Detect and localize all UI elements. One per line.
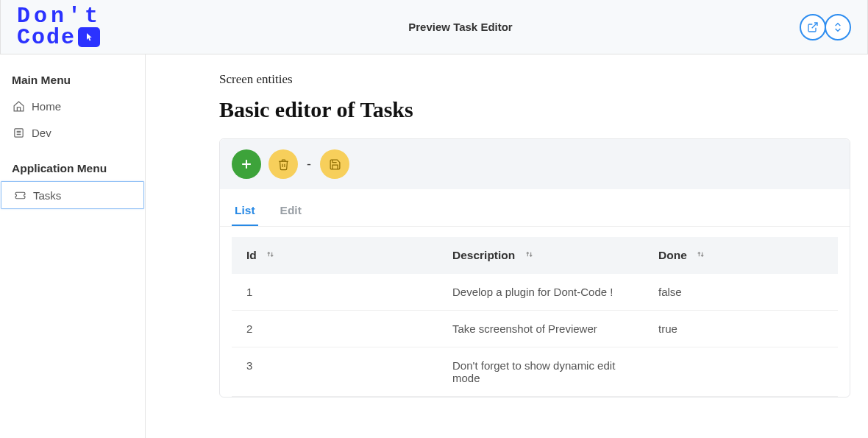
plus-icon: [239, 157, 254, 172]
table-row[interactable]: 2Take screenshot of Previewertrue: [232, 311, 838, 347]
panel-toolbar: -: [220, 139, 850, 189]
sidebar: Main Menu Home Dev Application Menu Task…: [0, 54, 146, 438]
trash-icon: [277, 158, 290, 171]
page-title: Basic editor of Tasks: [219, 97, 850, 122]
logo-line1: Don't: [17, 6, 102, 27]
tasks-table: Id Description: [232, 237, 838, 397]
column-description[interactable]: Description: [438, 237, 644, 274]
table-cell-description: Develop a plugin for Dont-Code !: [438, 274, 644, 311]
logo-line2: Code: [17, 27, 76, 49]
content: Screen entities Basic editor of Tasks - …: [146, 54, 868, 438]
pointer-icon: [78, 27, 100, 47]
table-cell-done: false: [644, 274, 838, 311]
save-button[interactable]: [320, 149, 349, 179]
table-cell-id: 1: [232, 274, 438, 311]
menu-heading-app: Application Menu: [0, 156, 145, 181]
column-label: Description: [452, 249, 515, 261]
tabs: List Edit: [220, 197, 850, 227]
sidebar-item-home[interactable]: Home: [0, 93, 145, 119]
logo[interactable]: Don't Code: [17, 6, 120, 48]
table-cell-id: 2: [232, 311, 438, 347]
editor-panel: - List Edit Id: [219, 138, 850, 398]
tab-edit[interactable]: Edit: [277, 197, 305, 226]
sort-icon: [266, 249, 275, 261]
add-button[interactable]: [232, 149, 261, 179]
table-row[interactable]: 3Don't forget to show dynamic edit mode: [232, 347, 838, 397]
logo-text: Don't Code: [17, 6, 102, 48]
table-cell-description: Don't forget to show dynamic edit mode: [438, 347, 644, 397]
column-id[interactable]: Id: [232, 237, 438, 274]
layout: Main Menu Home Dev Application Menu Task…: [0, 54, 868, 438]
sidebar-item-label: Dev: [32, 127, 51, 139]
tab-list[interactable]: List: [232, 197, 258, 226]
sort-icon: [696, 249, 705, 261]
column-done[interactable]: Done: [644, 237, 838, 274]
external-link-icon: [807, 21, 819, 33]
toolbar-separator: -: [305, 157, 313, 172]
table-cell-done: [644, 347, 838, 397]
sidebar-item-label: Home: [32, 100, 61, 113]
sidebar-item-dev[interactable]: Dev: [0, 119, 145, 146]
save-icon: [329, 158, 341, 171]
resize-button[interactable]: [825, 14, 851, 40]
delete-button[interactable]: [268, 149, 298, 179]
table-cell-id: 3: [232, 347, 438, 397]
external-link-button[interactable]: [800, 14, 826, 40]
sort-icon: [524, 249, 534, 261]
page-title-header: Preview Task Editor: [120, 21, 801, 33]
list-icon: [12, 126, 25, 139]
ticket-icon: [13, 188, 26, 202]
column-label: Done: [658, 249, 687, 261]
sidebar-item-tasks[interactable]: Tasks: [1, 181, 144, 209]
chevrons-vertical-icon: [832, 21, 844, 33]
topbar: Don't Code Preview Task Editor: [0, 0, 868, 54]
svg-line-0: [812, 23, 817, 28]
sidebar-item-label: Tasks: [33, 189, 61, 202]
table-cell-done: true: [644, 311, 838, 347]
column-label: Id: [246, 249, 257, 261]
topbar-actions: [801, 14, 851, 40]
menu-heading-main: Main Menu: [0, 68, 145, 93]
table-wrap: Id Description: [220, 227, 850, 397]
home-icon: [12, 99, 25, 113]
breadcrumb: Screen entities: [219, 72, 850, 87]
table-cell-description: Take screenshot of Previewer: [438, 311, 644, 347]
table-row[interactable]: 1Develop a plugin for Dont-Code !false: [232, 274, 838, 311]
